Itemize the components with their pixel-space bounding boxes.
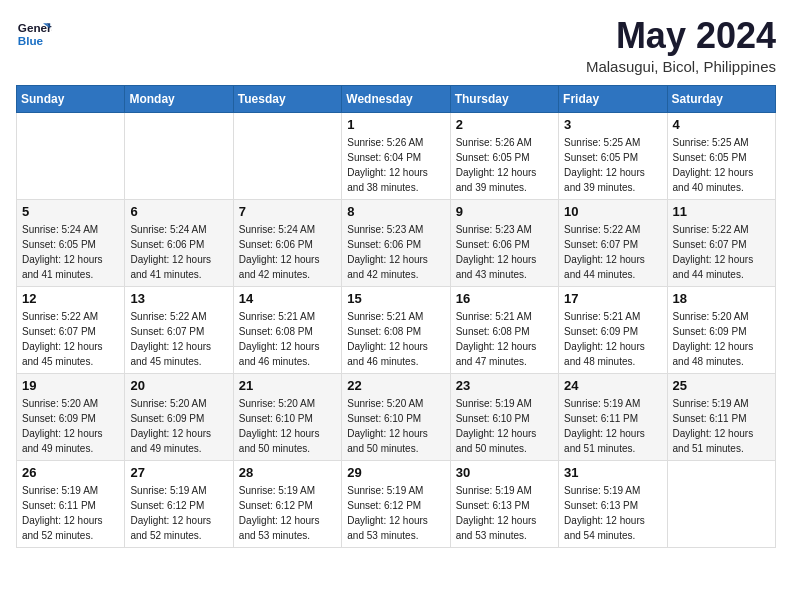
day-number: 31	[564, 465, 661, 480]
day-number: 20	[130, 378, 227, 393]
day-cell: 17Sunrise: 5:21 AM Sunset: 6:09 PM Dayli…	[559, 286, 667, 373]
day-info: Sunrise: 5:19 AM Sunset: 6:13 PM Dayligh…	[456, 483, 553, 543]
day-info: Sunrise: 5:22 AM Sunset: 6:07 PM Dayligh…	[130, 309, 227, 369]
day-cell: 28Sunrise: 5:19 AM Sunset: 6:12 PM Dayli…	[233, 460, 341, 547]
day-info: Sunrise: 5:19 AM Sunset: 6:12 PM Dayligh…	[239, 483, 336, 543]
weekday-header-row: SundayMondayTuesdayWednesdayThursdayFrid…	[17, 85, 776, 112]
day-number: 23	[456, 378, 553, 393]
day-info: Sunrise: 5:22 AM Sunset: 6:07 PM Dayligh…	[564, 222, 661, 282]
day-info: Sunrise: 5:26 AM Sunset: 6:05 PM Dayligh…	[456, 135, 553, 195]
day-number: 17	[564, 291, 661, 306]
day-number: 3	[564, 117, 661, 132]
day-cell: 18Sunrise: 5:20 AM Sunset: 6:09 PM Dayli…	[667, 286, 775, 373]
week-row-0: 1Sunrise: 5:26 AM Sunset: 6:04 PM Daylig…	[17, 112, 776, 199]
day-number: 7	[239, 204, 336, 219]
day-cell: 7Sunrise: 5:24 AM Sunset: 6:06 PM Daylig…	[233, 199, 341, 286]
logo-icon: General Blue	[16, 16, 52, 52]
day-number: 24	[564, 378, 661, 393]
day-number: 15	[347, 291, 444, 306]
day-number: 9	[456, 204, 553, 219]
day-cell: 26Sunrise: 5:19 AM Sunset: 6:11 PM Dayli…	[17, 460, 125, 547]
day-cell: 8Sunrise: 5:23 AM Sunset: 6:06 PM Daylig…	[342, 199, 450, 286]
day-info: Sunrise: 5:20 AM Sunset: 6:10 PM Dayligh…	[239, 396, 336, 456]
logo: General Blue	[16, 16, 52, 52]
day-info: Sunrise: 5:21 AM Sunset: 6:08 PM Dayligh…	[347, 309, 444, 369]
week-row-3: 19Sunrise: 5:20 AM Sunset: 6:09 PM Dayli…	[17, 373, 776, 460]
day-info: Sunrise: 5:20 AM Sunset: 6:09 PM Dayligh…	[130, 396, 227, 456]
day-number: 13	[130, 291, 227, 306]
day-info: Sunrise: 5:20 AM Sunset: 6:09 PM Dayligh…	[22, 396, 119, 456]
month-title: May 2024	[586, 16, 776, 56]
day-cell: 4Sunrise: 5:25 AM Sunset: 6:05 PM Daylig…	[667, 112, 775, 199]
location-subtitle: Malasugui, Bicol, Philippines	[586, 58, 776, 75]
day-cell	[233, 112, 341, 199]
day-info: Sunrise: 5:19 AM Sunset: 6:11 PM Dayligh…	[564, 396, 661, 456]
day-cell	[125, 112, 233, 199]
day-cell: 1Sunrise: 5:26 AM Sunset: 6:04 PM Daylig…	[342, 112, 450, 199]
day-number: 4	[673, 117, 770, 132]
day-number: 26	[22, 465, 119, 480]
day-cell: 13Sunrise: 5:22 AM Sunset: 6:07 PM Dayli…	[125, 286, 233, 373]
day-number: 19	[22, 378, 119, 393]
day-cell: 22Sunrise: 5:20 AM Sunset: 6:10 PM Dayli…	[342, 373, 450, 460]
day-number: 12	[22, 291, 119, 306]
day-number: 6	[130, 204, 227, 219]
day-info: Sunrise: 5:22 AM Sunset: 6:07 PM Dayligh…	[22, 309, 119, 369]
day-info: Sunrise: 5:26 AM Sunset: 6:04 PM Dayligh…	[347, 135, 444, 195]
day-cell: 5Sunrise: 5:24 AM Sunset: 6:05 PM Daylig…	[17, 199, 125, 286]
day-number: 14	[239, 291, 336, 306]
week-row-2: 12Sunrise: 5:22 AM Sunset: 6:07 PM Dayli…	[17, 286, 776, 373]
weekday-header-saturday: Saturday	[667, 85, 775, 112]
day-cell: 30Sunrise: 5:19 AM Sunset: 6:13 PM Dayli…	[450, 460, 558, 547]
day-cell: 16Sunrise: 5:21 AM Sunset: 6:08 PM Dayli…	[450, 286, 558, 373]
day-cell	[17, 112, 125, 199]
day-info: Sunrise: 5:24 AM Sunset: 6:06 PM Dayligh…	[130, 222, 227, 282]
day-number: 11	[673, 204, 770, 219]
weekday-header-tuesday: Tuesday	[233, 85, 341, 112]
day-cell: 24Sunrise: 5:19 AM Sunset: 6:11 PM Dayli…	[559, 373, 667, 460]
weekday-header-wednesday: Wednesday	[342, 85, 450, 112]
day-info: Sunrise: 5:21 AM Sunset: 6:08 PM Dayligh…	[239, 309, 336, 369]
day-cell: 12Sunrise: 5:22 AM Sunset: 6:07 PM Dayli…	[17, 286, 125, 373]
day-number: 29	[347, 465, 444, 480]
day-cell: 3Sunrise: 5:25 AM Sunset: 6:05 PM Daylig…	[559, 112, 667, 199]
day-info: Sunrise: 5:21 AM Sunset: 6:08 PM Dayligh…	[456, 309, 553, 369]
day-info: Sunrise: 5:19 AM Sunset: 6:12 PM Dayligh…	[130, 483, 227, 543]
day-info: Sunrise: 5:20 AM Sunset: 6:10 PM Dayligh…	[347, 396, 444, 456]
title-block: May 2024 Malasugui, Bicol, Philippines	[586, 16, 776, 75]
day-info: Sunrise: 5:21 AM Sunset: 6:09 PM Dayligh…	[564, 309, 661, 369]
day-number: 22	[347, 378, 444, 393]
day-cell: 20Sunrise: 5:20 AM Sunset: 6:09 PM Dayli…	[125, 373, 233, 460]
day-number: 8	[347, 204, 444, 219]
day-info: Sunrise: 5:19 AM Sunset: 6:13 PM Dayligh…	[564, 483, 661, 543]
day-info: Sunrise: 5:19 AM Sunset: 6:10 PM Dayligh…	[456, 396, 553, 456]
weekday-header-friday: Friday	[559, 85, 667, 112]
page-header: General Blue May 2024 Malasugui, Bicol, …	[16, 16, 776, 75]
day-number: 16	[456, 291, 553, 306]
day-cell: 27Sunrise: 5:19 AM Sunset: 6:12 PM Dayli…	[125, 460, 233, 547]
day-cell: 2Sunrise: 5:26 AM Sunset: 6:05 PM Daylig…	[450, 112, 558, 199]
day-cell: 6Sunrise: 5:24 AM Sunset: 6:06 PM Daylig…	[125, 199, 233, 286]
day-number: 1	[347, 117, 444, 132]
day-info: Sunrise: 5:23 AM Sunset: 6:06 PM Dayligh…	[347, 222, 444, 282]
day-info: Sunrise: 5:19 AM Sunset: 6:12 PM Dayligh…	[347, 483, 444, 543]
day-number: 25	[673, 378, 770, 393]
weekday-header-monday: Monday	[125, 85, 233, 112]
day-cell: 21Sunrise: 5:20 AM Sunset: 6:10 PM Dayli…	[233, 373, 341, 460]
day-number: 21	[239, 378, 336, 393]
day-info: Sunrise: 5:19 AM Sunset: 6:11 PM Dayligh…	[673, 396, 770, 456]
day-number: 28	[239, 465, 336, 480]
day-cell: 15Sunrise: 5:21 AM Sunset: 6:08 PM Dayli…	[342, 286, 450, 373]
day-cell	[667, 460, 775, 547]
day-number: 27	[130, 465, 227, 480]
day-info: Sunrise: 5:24 AM Sunset: 6:06 PM Dayligh…	[239, 222, 336, 282]
day-cell: 19Sunrise: 5:20 AM Sunset: 6:09 PM Dayli…	[17, 373, 125, 460]
calendar-table: SundayMondayTuesdayWednesdayThursdayFrid…	[16, 85, 776, 548]
day-info: Sunrise: 5:22 AM Sunset: 6:07 PM Dayligh…	[673, 222, 770, 282]
svg-text:Blue: Blue	[18, 34, 44, 47]
week-row-1: 5Sunrise: 5:24 AM Sunset: 6:05 PM Daylig…	[17, 199, 776, 286]
day-number: 30	[456, 465, 553, 480]
day-cell: 29Sunrise: 5:19 AM Sunset: 6:12 PM Dayli…	[342, 460, 450, 547]
day-cell: 25Sunrise: 5:19 AM Sunset: 6:11 PM Dayli…	[667, 373, 775, 460]
weekday-header-thursday: Thursday	[450, 85, 558, 112]
